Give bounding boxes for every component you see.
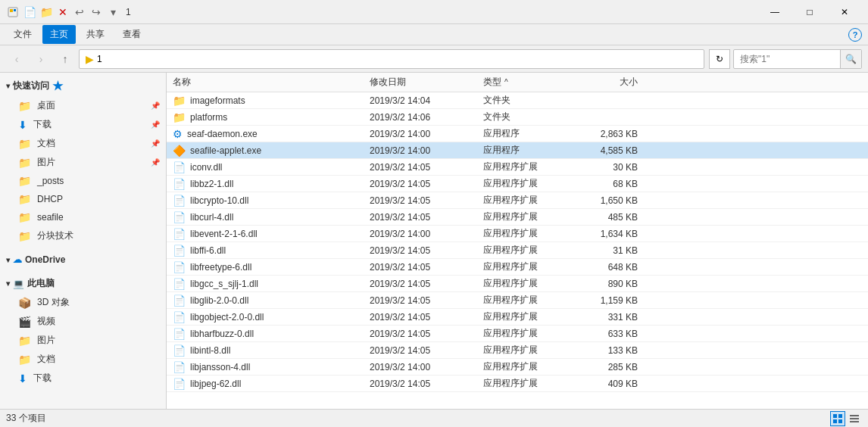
quick-access-header[interactable]: ▾ 快速访问 ★ bbox=[0, 76, 166, 96]
file-type-13: 应用程序扩展 bbox=[477, 310, 568, 323]
sidebar-item-posts[interactable]: 📁 _posts bbox=[0, 172, 166, 190]
menu-share[interactable]: 共享 bbox=[79, 25, 112, 44]
sidebar-item-downloads[interactable]: ⬇ 下载 📌 bbox=[0, 115, 166, 134]
sort-arrow-icon: ^ bbox=[504, 78, 508, 86]
close-button[interactable]: ✕ bbox=[827, 0, 862, 24]
forward-button[interactable]: › bbox=[30, 48, 52, 70]
table-row[interactable]: 📄 libfreetype-6.dll 2019/3/2 14:05 应用程序扩… bbox=[167, 259, 868, 276]
table-row[interactable]: 📄 libgobject-2.0-0.dll 2019/3/2 14:05 应用… bbox=[167, 309, 868, 326]
tb-icon-dropdown[interactable]: ▾ bbox=[106, 5, 120, 19]
menu-home[interactable]: 主页 bbox=[42, 25, 76, 44]
table-row[interactable]: 📄 libevent-2-1-6.dll 2019/3/2 14:00 应用程序… bbox=[167, 226, 868, 242]
sidebar-item-3dobjects[interactable]: 📦 3D 对象 bbox=[0, 293, 166, 312]
file-icon-17: 📄 bbox=[173, 378, 186, 390]
tb-icon-close-quick[interactable]: ✕ bbox=[56, 5, 70, 19]
address-path[interactable]: ▶ 1 bbox=[79, 49, 704, 69]
file-size-7: 485 KB bbox=[568, 212, 644, 223]
pc-downloads-label: 下载 bbox=[33, 372, 52, 385]
table-row[interactable]: 📄 libintl-8.dll 2019/3/2 14:05 应用程序扩展 13… bbox=[167, 342, 868, 359]
pictures-label: 图片 bbox=[37, 156, 55, 169]
tb-icon-folder[interactable]: 📁 bbox=[39, 5, 53, 19]
sidebar-item-videos[interactable]: 🎬 视频 bbox=[0, 312, 166, 331]
sidebar-item-pc-downloads[interactable]: ⬇ 下载 bbox=[0, 369, 166, 388]
table-row[interactable]: 📄 libffi-6.dll 2019/3/2 14:05 应用程序扩展 31 … bbox=[167, 242, 868, 259]
menu-view[interactable]: 查看 bbox=[115, 25, 148, 44]
up-button[interactable]: ↑ bbox=[55, 48, 76, 70]
chevron-icon: ▾ bbox=[6, 82, 10, 90]
back-button[interactable]: ‹ bbox=[6, 48, 27, 70]
table-row[interactable]: 📄 libcurl-4.dll 2019/3/2 14:05 应用程序扩展 48… bbox=[167, 209, 868, 226]
thispc-header[interactable]: ▾ 💻 此电脑 bbox=[0, 274, 166, 293]
tb-icon-save[interactable]: 📄 bbox=[23, 5, 36, 19]
quick-access-section: ▾ 快速访问 ★ 📁 桌面 📌 ⬇ 下载 📌 📁 文档 📌 📁 图片 bbox=[0, 73, 166, 248]
search-button[interactable]: 🔍 bbox=[840, 49, 861, 69]
col-header-type[interactable]: 类型 ^ bbox=[477, 76, 568, 89]
sidebar-item-block[interactable]: 📁 分块技术 bbox=[0, 226, 166, 245]
menu-file[interactable]: 文件 bbox=[6, 25, 39, 44]
table-row[interactable]: 📄 libglib-2.0-0.dll 2019/3/2 14:05 应用程序扩… bbox=[167, 292, 868, 309]
file-icon-2: ⚙ bbox=[173, 128, 183, 140]
file-type-4: 应用程序扩展 bbox=[477, 161, 568, 173]
view-grid-button[interactable] bbox=[830, 411, 845, 426]
block-icon: 📁 bbox=[18, 230, 31, 242]
table-row[interactable]: ⚙ seaf-daemon.exe 2019/3/2 14:00 应用程序 2,… bbox=[167, 126, 868, 142]
file-icon-7: 📄 bbox=[173, 211, 186, 223]
view-list-button[interactable] bbox=[847, 411, 862, 426]
table-row[interactable]: 📄 libgcc_s_sjlj-1.dll 2019/3/2 14:05 应用程… bbox=[167, 276, 868, 292]
quick-access-label: 快速访问 bbox=[13, 79, 49, 92]
sidebar-item-seafile[interactable]: 📁 seafile bbox=[0, 208, 166, 226]
file-name-0: imageformats bbox=[190, 95, 245, 106]
table-row[interactable]: 📄 libjpeg-62.dll 2019/3/2 14:05 应用程序扩展 4… bbox=[167, 376, 868, 392]
sidebar-item-pc-pictures[interactable]: 📁 图片 bbox=[0, 331, 166, 350]
file-list-header: 名称 修改日期 类型 ^ 大小 bbox=[167, 73, 868, 92]
table-row[interactable]: 📄 libharfbuzz-0.dll 2019/3/2 14:05 应用程序扩… bbox=[167, 326, 868, 342]
dhcp-icon: 📁 bbox=[18, 193, 31, 205]
file-type-2: 应用程序 bbox=[477, 127, 568, 140]
sidebar-item-pictures[interactable]: 📁 图片 📌 bbox=[0, 153, 166, 172]
help-button[interactable]: ? bbox=[848, 28, 862, 42]
svg-rect-1 bbox=[10, 9, 13, 12]
file-name-14: libharfbuzz-0.dll bbox=[190, 329, 254, 339]
videos-icon: 🎬 bbox=[18, 316, 31, 328]
tb-icon-undo[interactable]: ↩ bbox=[73, 5, 86, 19]
table-row[interactable]: 📄 iconv.dll 2019/3/2 14:05 应用程序扩展 30 KB bbox=[167, 159, 868, 176]
sidebar-item-dhcp[interactable]: 📁 DHCP bbox=[0, 190, 166, 208]
col-header-date[interactable]: 修改日期 bbox=[364, 76, 477, 89]
file-date-13: 2019/3/2 14:05 bbox=[364, 312, 477, 323]
refresh-button[interactable]: ↻ bbox=[709, 49, 730, 69]
sidebar-item-desktop[interactable]: 📁 桌面 📌 bbox=[0, 96, 166, 115]
search-input[interactable] bbox=[734, 54, 840, 64]
tb-icon-redo[interactable]: ↪ bbox=[89, 5, 103, 19]
svg-rect-7 bbox=[850, 415, 859, 416]
file-size-2: 2,863 KB bbox=[568, 129, 644, 139]
table-row[interactable]: 📁 platforms 2019/3/2 14:06 文件夹 bbox=[167, 109, 868, 126]
table-row[interactable]: 🔶 seafile-applet.exe 2019/3/2 14:00 应用程序… bbox=[167, 142, 868, 159]
file-size-4: 30 KB bbox=[568, 162, 644, 173]
thispc-chevron: ▾ bbox=[6, 279, 10, 288]
sidebar-item-pc-documents[interactable]: 📁 文档 bbox=[0, 350, 166, 369]
file-date-11: 2019/3/2 14:05 bbox=[364, 279, 477, 289]
minimize-button[interactable]: — bbox=[757, 0, 792, 24]
file-icon-1: 📁 bbox=[173, 111, 186, 123]
file-name-3: seafile-applet.exe bbox=[190, 145, 261, 156]
col-header-size[interactable]: 大小 bbox=[568, 76, 644, 89]
sidebar-item-documents[interactable]: 📁 文档 📌 bbox=[0, 134, 166, 153]
pin-icon-desktop: 📌 bbox=[151, 101, 160, 110]
downloads-icon: ⬇ bbox=[18, 119, 27, 131]
col-header-name[interactable]: 名称 bbox=[167, 76, 364, 89]
onedrive-header[interactable]: ▾ ☁ OneDrive bbox=[0, 251, 166, 268]
file-date-1: 2019/3/2 14:06 bbox=[364, 112, 477, 123]
table-row[interactable]: 📄 libbz2-1.dll 2019/3/2 14:05 应用程序扩展 68 … bbox=[167, 176, 868, 192]
file-type-7: 应用程序扩展 bbox=[477, 210, 568, 223]
table-row[interactable]: 📄 libcrypto-10.dll 2019/3/2 14:05 应用程序扩展… bbox=[167, 192, 868, 209]
file-type-10: 应用程序扩展 bbox=[477, 260, 568, 273]
pc-documents-icon: 📁 bbox=[18, 354, 31, 366]
status-count: 33 个项目 bbox=[6, 412, 46, 425]
file-date-4: 2019/3/2 14:05 bbox=[364, 162, 477, 173]
maximize-button[interactable]: □ bbox=[792, 0, 827, 24]
table-row[interactable]: 📄 libjansson-4.dll 2019/3/2 14:00 应用程序扩展… bbox=[167, 359, 868, 376]
table-row[interactable]: 📁 imageformats 2019/3/2 14:04 文件夹 bbox=[167, 92, 868, 109]
pictures-icon: 📁 bbox=[18, 157, 31, 169]
file-type-3: 应用程序 bbox=[477, 144, 568, 157]
svg-rect-4 bbox=[838, 414, 842, 418]
